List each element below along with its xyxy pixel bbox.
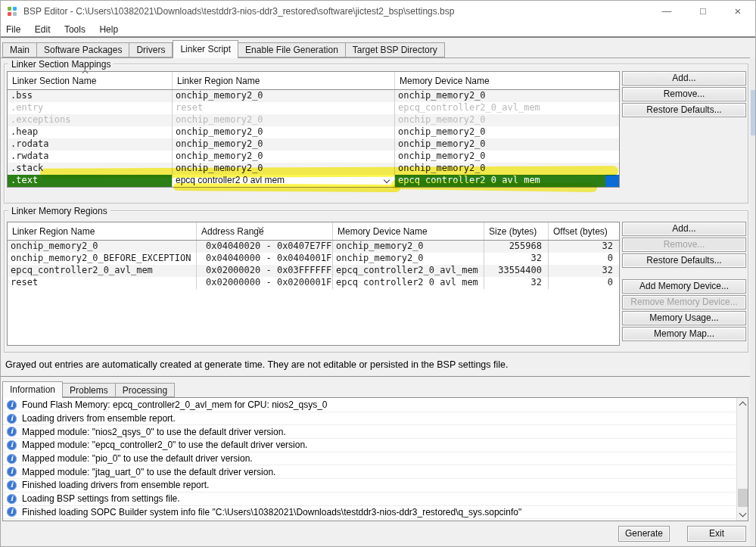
tab-processing[interactable]: Processing xyxy=(116,383,175,397)
table-row[interactable]: reset 0x02000000 - 0x0200001F epcq contr… xyxy=(8,277,619,289)
col-device-name[interactable]: Memory Device Name xyxy=(333,222,484,240)
regions-table-header: Linker Region Name ^ Address Range Memor… xyxy=(8,222,619,241)
col-region-name[interactable]: Linker Region Name xyxy=(8,222,197,240)
log-message[interactable]: iFinished loading SOPC Builder system in… xyxy=(3,506,736,520)
table-row[interactable]: onchip_memory2_0 0x04040020 - 0x0407E7FF… xyxy=(8,241,619,253)
divider xyxy=(1,376,756,377)
sections-restore-defaults-button[interactable]: Restore Defaults... xyxy=(622,103,746,117)
tab-main[interactable]: Main xyxy=(2,42,37,57)
info-icon: i xyxy=(7,440,17,450)
linker-section-mappings-table: ^ Linker Section Name Linker Region Name… xyxy=(7,71,620,188)
menu-bar: File Edit Tools Help xyxy=(1,22,755,38)
add-memory-device-button[interactable]: Add Memory Device... xyxy=(622,279,746,294)
table-row[interactable]: .rwdata onchip_memory2_0 onchip_memory2_… xyxy=(8,151,619,163)
memory-map-button[interactable]: Memory Map... xyxy=(622,327,746,341)
col-memory-device-name[interactable]: Memory Device Name xyxy=(395,72,619,89)
sections-add-button[interactable]: Add... xyxy=(622,71,746,85)
regions-add-button[interactable]: Add... xyxy=(622,222,746,236)
log-message[interactable]: iMapped module: "jtag_uart_0" to use the… xyxy=(3,465,736,479)
menu-help[interactable]: Help xyxy=(94,22,123,35)
app-icon xyxy=(8,7,17,16)
memory-usage-button[interactable]: Memory Usage... xyxy=(622,311,746,325)
menu-tools[interactable]: Tools xyxy=(59,22,91,35)
scrollbar-thumb[interactable] xyxy=(751,90,756,135)
remove-memory-device-button: Remove Memory Device... xyxy=(622,295,746,309)
exit-button[interactable]: Exit xyxy=(687,526,746,542)
table-row[interactable]: .bss onchip_memory2_0 onchip_memory2_0 xyxy=(8,90,619,102)
linker-region-combobox[interactable]: epcq controller2 0 avl mem xyxy=(173,175,395,187)
tab-strip-line xyxy=(1,57,750,58)
info-icon: i xyxy=(7,400,17,410)
col-offset-bytes[interactable]: Offset (bytes) xyxy=(549,222,619,240)
info-icon: i xyxy=(7,427,17,437)
info-icon: i xyxy=(7,480,17,490)
scroll-down-icon[interactable] xyxy=(739,510,747,517)
info-icon: i xyxy=(7,467,17,477)
table-row[interactable]: .rodata onchip_memory2_0 onchip_memory2_… xyxy=(8,138,619,151)
menu-edit[interactable]: Edit xyxy=(30,22,56,35)
log-message[interactable]: iMapped module: "nios2_qsys_0" to use th… xyxy=(3,425,736,439)
log-message[interactable]: iFinished loading drivers from ensemble … xyxy=(3,479,736,493)
tab-drivers[interactable]: Drivers xyxy=(129,42,173,57)
scrollbar-thumb[interactable] xyxy=(738,489,748,507)
col-linker-section-name[interactable]: ^ Linker Section Name xyxy=(8,72,173,89)
table-row[interactable]: onchip_memory2_0_BEFORE_EXCEPTION 0x0404… xyxy=(8,253,619,265)
text-section-cell: .text xyxy=(8,175,173,187)
console-tab-bar: Information Problems Processing xyxy=(2,381,175,397)
window-scrollbar[interactable] xyxy=(750,58,756,547)
linker-memory-regions-table: Linker Region Name ^ Address Range Memor… xyxy=(7,222,620,346)
table-row[interactable]: .entry reset epcq_controller2_0_avl_mem xyxy=(8,102,619,114)
grayed-entries-note: Grayed out entries are automatically cre… xyxy=(5,359,509,370)
col-size-bytes[interactable]: Size (bytes) xyxy=(484,222,549,240)
minimize-button[interactable]: — xyxy=(653,1,680,22)
regions-restore-defaults-button[interactable]: Restore Defaults... xyxy=(622,253,746,268)
tab-target-bsp-directory[interactable]: Target BSP Directory xyxy=(346,42,445,57)
close-button[interactable]: × xyxy=(724,1,751,22)
table-row[interactable]: .exceptions onchip_memory2_0 onchip_memo… xyxy=(8,114,619,126)
sort-ascending-icon: ^ xyxy=(82,70,89,78)
info-icon: i xyxy=(7,507,17,517)
bsp-editor-window: BSP Editor - C:\Users\10382021\Downloads… xyxy=(0,0,756,547)
info-icon: i xyxy=(7,494,17,504)
table-row[interactable]: .stack onchip_memory2_0 onchip_memory2_0 xyxy=(8,163,619,175)
linker-memory-regions-label: Linker Memory Regions xyxy=(8,206,110,216)
menu-file[interactable]: File xyxy=(1,22,26,35)
tab-enable-file-generation[interactable]: Enable File Generation xyxy=(238,42,346,57)
log-message[interactable]: iLoading BSP settings from settings file… xyxy=(3,493,736,506)
log-message[interactable]: iMapped module: "pio_0" to use the defau… xyxy=(3,452,736,466)
info-icon: i xyxy=(7,454,17,464)
sort-descending-icon: ^ xyxy=(257,222,264,231)
main-tab-bar: Main Software Packages Drivers Linker Sc… xyxy=(2,39,445,57)
maximize-button[interactable]: □ xyxy=(689,1,717,22)
console-scrollbar[interactable] xyxy=(736,398,748,521)
info-icon: i xyxy=(7,414,17,424)
scroll-up-icon[interactable] xyxy=(739,402,747,409)
table-row[interactable]: .heap onchip_memory2_0 onchip_memory2_0 xyxy=(8,126,619,138)
linker-section-mappings-label: Linker Section Mappings xyxy=(8,59,114,70)
text-device-cell: epcq controller2 0 avl mem xyxy=(395,175,619,187)
log-message[interactable]: iFound Flash Memory: epcq_controller2_0_… xyxy=(3,399,736,412)
table-row-selected-text[interactable]: .text epcq controller2 0 avl mem epcq co… xyxy=(8,175,619,187)
regions-remove-button: Remove... xyxy=(622,238,746,252)
generate-button[interactable]: Generate xyxy=(618,526,670,542)
title-bar[interactable]: BSP Editor - C:\Users\10382021\Downloads… xyxy=(1,1,755,22)
tab-linker-script[interactable]: Linker Script xyxy=(173,40,238,58)
log-message-list: iFound Flash Memory: epcq_controller2_0_… xyxy=(3,399,736,519)
sections-remove-button[interactable]: Remove... xyxy=(622,87,746,101)
window-title: BSP Editor - C:\Users\10382021\Downloads… xyxy=(23,6,454,17)
section-table-header: ^ Linker Section Name Linker Region Name… xyxy=(8,72,619,90)
log-message[interactable]: iLoading drivers from ensemble report. xyxy=(3,412,736,426)
log-message[interactable]: iMapped module: "epcq_controller2_0" to … xyxy=(3,439,736,452)
tab-software-packages[interactable]: Software Packages xyxy=(37,42,129,57)
tab-problems[interactable]: Problems xyxy=(63,383,116,397)
col-address-range[interactable]: ^ Address Range xyxy=(197,222,333,240)
information-log-panel: iFound Flash Memory: epcq_controller2_0_… xyxy=(2,397,748,521)
col-linker-region-name[interactable]: Linker Region Name xyxy=(173,72,395,89)
tab-information[interactable]: Information xyxy=(2,381,63,398)
table-row[interactable]: epcq_controller2_0_avl_mem 0x02000020 - … xyxy=(8,265,619,277)
chevron-down-icon xyxy=(384,177,390,183)
